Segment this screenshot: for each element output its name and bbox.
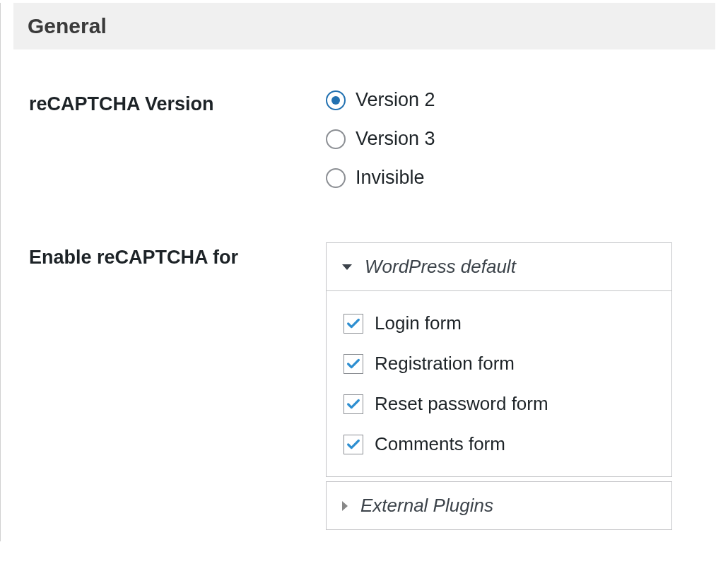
checkbox-icon xyxy=(344,354,363,374)
checkbox-comments-form[interactable]: Comments form xyxy=(344,433,654,455)
accordion-body: Login form Registration form xyxy=(327,290,671,476)
setting-row-enable-recaptcha: Enable reCAPTCHA for WordPress default xyxy=(1,231,728,541)
recaptcha-version-label: reCAPTCHA Version xyxy=(29,89,298,115)
accordion-title: WordPress default xyxy=(365,256,516,278)
checkbox-icon xyxy=(344,314,363,334)
accordion-header-external-plugins[interactable]: External Plugins xyxy=(327,482,671,529)
setting-row-recaptcha-version: reCAPTCHA Version Version 2 Version 3 xyxy=(1,78,728,200)
checkbox-registration-form[interactable]: Registration form xyxy=(344,353,654,375)
radio-label: Invisible xyxy=(356,167,425,189)
checkbox-label: Login form xyxy=(375,312,462,334)
section-header: General xyxy=(13,3,715,49)
radio-label: Version 3 xyxy=(356,128,435,150)
recaptcha-version-radio-group: Version 2 Version 3 Invisible xyxy=(326,89,700,189)
accordion-title: External Plugins xyxy=(360,495,493,517)
checkbox-login-form[interactable]: Login form xyxy=(344,312,654,334)
checkbox-icon xyxy=(344,435,363,454)
radio-icon xyxy=(326,168,346,188)
accordion-external-plugins: External Plugins xyxy=(326,481,672,530)
section-title: General xyxy=(28,14,701,38)
checkbox-label: Registration form xyxy=(375,353,515,375)
radio-version-3[interactable]: Version 3 xyxy=(326,128,700,150)
enable-recaptcha-label: Enable reCAPTCHA for xyxy=(29,242,298,269)
triangle-right-icon xyxy=(342,501,348,511)
radio-invisible[interactable]: Invisible xyxy=(326,167,700,189)
accordion-group: WordPress default Login form xyxy=(326,242,672,530)
checkbox-icon xyxy=(344,394,363,414)
radio-icon xyxy=(326,129,346,149)
radio-label: Version 2 xyxy=(356,89,435,111)
triangle-down-icon xyxy=(342,264,352,270)
checkbox-label: Comments form xyxy=(375,433,505,455)
radio-icon xyxy=(326,90,346,110)
accordion-header-wordpress-default[interactable]: WordPress default xyxy=(327,243,671,290)
radio-version-2[interactable]: Version 2 xyxy=(326,89,700,111)
accordion-wordpress-default: WordPress default Login form xyxy=(326,242,672,477)
checkbox-reset-password-form[interactable]: Reset password form xyxy=(344,393,654,415)
checkbox-label: Reset password form xyxy=(375,393,548,415)
